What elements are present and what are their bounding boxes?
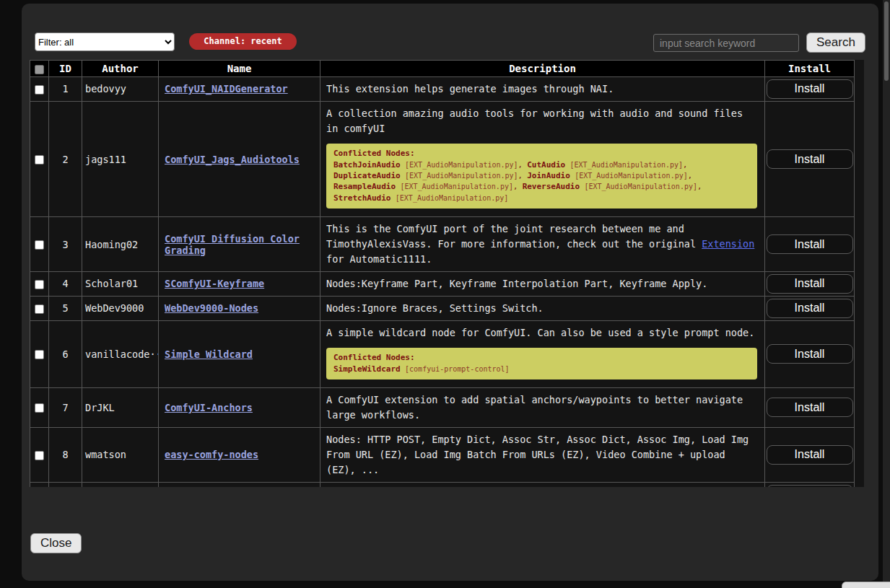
- filter-select[interactable]: Filter: all: [35, 32, 175, 51]
- row-install-cell: Install: [765, 427, 855, 482]
- table-row: 8wmatsoneasy-comfy-nodesNodes: HTTP POST…: [30, 427, 855, 482]
- row-install-cell: Install: [765, 320, 855, 387]
- select-all-header: [30, 61, 49, 77]
- row-checkbox[interactable]: [35, 304, 44, 314]
- table-row: 5WebDev9000WebDev9000-NodesNodes:Ignore …: [30, 296, 855, 320]
- table-row: 9SoftMengComfyUI_Mexx_StylerNodes: Comfy…: [30, 482, 855, 487]
- description-text: Nodes: HTTP POST, Empty Dict, Assoc Str,…: [326, 432, 759, 478]
- header-name: Name: [159, 61, 320, 77]
- extension-name-link[interactable]: SComfyUI-Keyframe: [165, 278, 264, 289]
- row-checkbox[interactable]: [35, 155, 44, 164]
- row-checkbox[interactable]: [35, 403, 44, 413]
- row-checkbox[interactable]: [35, 451, 44, 460]
- conflicted-nodes-label: Conflicted Nodes:: [333, 149, 750, 159]
- search-input[interactable]: [653, 34, 799, 52]
- row-checkbox-cell: [30, 482, 49, 487]
- hidden-dialog-button-partial: [842, 582, 890, 588]
- install-button[interactable]: Install: [767, 485, 853, 488]
- close-button[interactable]: Close: [30, 533, 82, 553]
- row-checkbox[interactable]: [35, 240, 44, 250]
- channel-badge: Channel: recent: [189, 33, 297, 50]
- page-scrollbar-thumb[interactable]: [884, 1, 889, 81]
- install-button[interactable]: Install: [767, 445, 853, 465]
- row-checkbox-cell: [30, 77, 49, 102]
- header-install: Install: [765, 61, 855, 77]
- row-install-cell: Install: [765, 387, 855, 427]
- row-description: Nodes: ComfyUI Mexx Styler, ComfyUI Mexx…: [320, 482, 765, 487]
- row-author: DrJKL: [82, 387, 159, 427]
- row-checkbox[interactable]: [35, 280, 44, 289]
- row-author: wmatson: [82, 427, 159, 482]
- install-button[interactable]: Install: [767, 274, 853, 294]
- row-author: Scholar01: [82, 271, 159, 296]
- install-button[interactable]: Install: [767, 344, 853, 364]
- extension-name-link[interactable]: ComfyUI_NAIDGenerator: [165, 83, 288, 95]
- row-install-cell: Install: [765, 482, 855, 487]
- row-name-cell: WebDev9000-Nodes: [159, 296, 320, 320]
- conflicted-nodes-list: SimpleWildcard [comfyui-prompt-control]: [333, 364, 750, 374]
- description-text: Nodes:Ignore Braces, Settings Switch.: [326, 301, 759, 316]
- row-id: 1: [49, 77, 82, 102]
- header-id: ID: [49, 61, 82, 77]
- row-author: SoftMeng: [82, 482, 159, 487]
- row-checkbox-cell: [30, 427, 49, 482]
- row-checkbox-cell: [30, 217, 49, 272]
- install-button[interactable]: Install: [767, 79, 853, 99]
- description-link[interactable]: Extension: [702, 238, 754, 250]
- install-custom-nodes-dialog: Filter: all Channel: recent Search ID Au…: [22, 4, 878, 581]
- row-author: WebDev9000: [82, 296, 159, 320]
- select-all-checkbox[interactable]: [35, 65, 44, 74]
- install-button[interactable]: Install: [767, 299, 853, 318]
- description-text: A collection amazing audio tools for wor…: [326, 106, 759, 136]
- row-id: 6: [49, 320, 82, 387]
- page-scrollbar[interactable]: [883, 0, 890, 588]
- extension-name-link[interactable]: WebDev9000-Nodes: [165, 302, 258, 314]
- install-button[interactable]: Install: [767, 398, 853, 417]
- extension-name-link[interactable]: ComfyUI_Jags_Audiotools: [165, 154, 300, 165]
- extension-name-link[interactable]: ComfyUI-Anchors: [165, 402, 253, 413]
- extension-name-link[interactable]: ComfyUI Diffusion Color Grading: [165, 233, 300, 256]
- row-description: This is the ComfyUI port of the joint re…: [320, 217, 765, 272]
- row-name-cell: ComfyUI_Jags_Audiotools: [159, 101, 320, 216]
- row-name-cell: SComfyUI-Keyframe: [159, 271, 320, 296]
- extension-name-link[interactable]: easy-comfy-nodes: [165, 449, 258, 460]
- table-row: 2jags111ComfyUI_Jags_AudiotoolsA collect…: [30, 101, 855, 216]
- row-install-cell: Install: [765, 296, 855, 320]
- search-button[interactable]: Search: [806, 32, 865, 53]
- description-text: Nodes:Keyframe Part, Keyframe Interpolat…: [326, 276, 759, 291]
- description-text: This is the ComfyUI port of the joint re…: [326, 221, 759, 267]
- row-name-cell: Simple Wildcard: [159, 320, 320, 387]
- row-description: Nodes:Ignore Braces, Settings Switch.: [320, 296, 765, 320]
- row-name-cell: ComfyUI-Anchors: [159, 387, 320, 427]
- row-id: 3: [49, 217, 82, 272]
- row-author: bedovyy: [82, 77, 159, 102]
- row-description: Nodes:Keyframe Part, Keyframe Interpolat…: [320, 271, 765, 296]
- row-name-cell: ComfyUI Diffusion Color Grading: [159, 217, 320, 272]
- row-install-cell: Install: [765, 217, 855, 272]
- install-button[interactable]: Install: [767, 234, 853, 254]
- row-description: A collection amazing audio tools for wor…: [320, 101, 765, 216]
- row-install-cell: Install: [765, 101, 855, 216]
- row-id: 5: [49, 296, 82, 320]
- table-row: 1bedovyyComfyUI_NAIDGeneratorThis extens…: [30, 77, 855, 102]
- row-author: jags111: [82, 101, 159, 216]
- table-header-row: ID Author Name Description Install: [30, 61, 855, 77]
- extension-name-link[interactable]: Simple Wildcard: [165, 348, 253, 360]
- extensions-table: ID Author Name Description Install 1bedo…: [30, 60, 855, 487]
- extensions-table-scroll-area[interactable]: ID Author Name Description Install 1bedo…: [30, 60, 864, 487]
- row-id: 8: [49, 427, 82, 482]
- row-checkbox-cell: [30, 296, 49, 320]
- header-description: Description: [320, 61, 765, 77]
- conflicted-nodes-box: Conflicted Nodes:SimpleWildcard [comfyui…: [326, 348, 757, 379]
- install-button[interactable]: Install: [767, 149, 853, 169]
- row-checkbox[interactable]: [35, 350, 44, 359]
- row-description: Nodes: HTTP POST, Empty Dict, Assoc Str,…: [320, 427, 765, 482]
- row-description: This extension helps generate images thr…: [320, 77, 765, 102]
- header-author: Author: [82, 61, 159, 77]
- row-author: Haoming02: [82, 217, 159, 272]
- description-text: A simple wildcard node for ComfyUI. Can …: [326, 325, 759, 341]
- description-text: A ComfyUI extension to add spatial ancho…: [326, 392, 759, 423]
- row-checkbox[interactable]: [35, 85, 44, 95]
- row-id: 7: [49, 387, 82, 427]
- row-name-cell: ComfyUI_NAIDGenerator: [159, 77, 320, 102]
